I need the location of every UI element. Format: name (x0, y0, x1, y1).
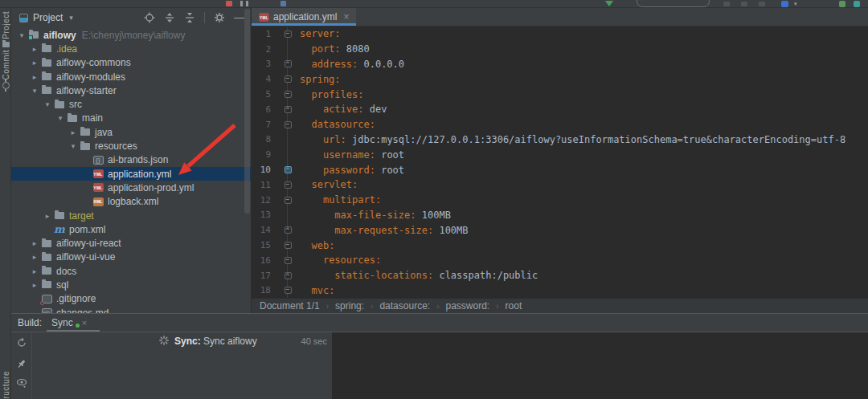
tree-row-main[interactable]: ▾main (11, 112, 251, 125)
pin-icon[interactable] (16, 358, 27, 369)
tree-item-path: E:\chenyj\money\aiflowy (82, 30, 186, 41)
run-icon[interactable] (741, 2, 747, 6)
tree-row-aiflowy[interactable]: ▾aiflowyE:\chenyj\money\aiflowy (11, 28, 251, 42)
collapse-all-icon[interactable] (184, 12, 195, 23)
fold-collapse-icon[interactable]: − (285, 75, 292, 83)
fold-collapse-icon[interactable]: − (285, 197, 292, 204)
tree-row-aiflowy-starter[interactable]: ▾aiflowy-starter (11, 83, 251, 97)
line-number: 3 (252, 59, 280, 69)
code-line-13: 13 max-file-size: 100MB (252, 208, 868, 223)
fold-collapse-icon[interactable]: − (285, 31, 292, 38)
tree-row-docs[interactable]: ▸docs (11, 264, 251, 278)
code-indent (300, 104, 323, 115)
tree-item-icon-wrap (40, 85, 53, 96)
chevron-collapsed-icon[interactable]: ▸ (29, 239, 40, 247)
code-editor[interactable]: 1−server:2 port: 80803^ address: 0.0.0.0… (252, 26, 868, 298)
fold-end-icon[interactable]: ^ (285, 106, 292, 113)
main-toolbar-cutoff: ▾ (0, 0, 868, 8)
toolbar-blue-icon[interactable] (781, 1, 788, 7)
chevron-down-icon[interactable]: ▾ (69, 14, 73, 22)
chevron-expanded-icon[interactable]: ▾ (42, 100, 53, 108)
breadcrumb-item[interactable]: datasource: (379, 300, 430, 311)
run-configuration-selector[interactable] (637, 0, 710, 7)
breadcrumb-item[interactable]: spring: (335, 300, 364, 311)
tree-row-aiflowy-commons[interactable]: ▸aiflowy-commons (11, 56, 251, 70)
breadcrumb-item[interactable]: root (506, 300, 522, 311)
tree-row-java[interactable]: ▸java (11, 125, 251, 139)
settings-gear-icon[interactable] (214, 12, 225, 23)
chevron-collapsed-icon[interactable]: ▸ (29, 281, 40, 289)
tree-row-pom.xml[interactable]: mpom.xml (11, 222, 251, 236)
chevron-collapsed-icon[interactable]: ▸ (68, 128, 79, 136)
breadcrumb-item[interactable]: Document 1/1 (260, 300, 320, 311)
tab-sync[interactable]: Sync × (51, 317, 87, 328)
chevron-expanded-icon[interactable]: ▾ (68, 142, 79, 150)
chevron-collapsed-icon[interactable]: ▸ (29, 73, 40, 81)
sidebar-item-project[interactable]: Project (0, 11, 11, 47)
tree-scrollbar[interactable] (244, 9, 250, 214)
tree-row-.idea[interactable]: ▸.idea (11, 42, 251, 55)
chevron-collapsed-icon[interactable]: ▸ (29, 267, 40, 275)
tree-row-logback.xml[interactable]: XMLlogback.xml (11, 195, 251, 209)
expand-all-icon[interactable] (164, 12, 175, 23)
fold-collapse-icon[interactable]: − (285, 181, 292, 189)
chevron-expanded-icon[interactable]: ▾ (16, 31, 27, 39)
build-hammer-icon[interactable] (723, 2, 730, 6)
code-indent (300, 179, 311, 190)
project-view-selector[interactable]: Project (33, 12, 63, 23)
chevron-collapsed-icon[interactable]: ▸ (29, 253, 40, 261)
yaml-key: max-file-size: (334, 210, 416, 221)
tab-application-yml[interactable]: YML application.yml × (252, 8, 356, 26)
hide-panel-icon[interactable]: — (234, 14, 244, 22)
yaml-key: multipart: (323, 194, 381, 206)
sync-row[interactable]: Sync: Sync aiflowy 40 sec (32, 335, 332, 348)
tree-row-application-prod.yml[interactable]: YMLapplication-prod.yml (11, 181, 251, 194)
fold-end-icon[interactable]: ^ (285, 60, 292, 67)
toolbar-caret-icon[interactable]: ▾ (794, 1, 797, 7)
tree-row-aiflowy-ui-react[interactable]: ▸aiflowy-ui-react (11, 236, 251, 250)
yaml-key: servlet: (311, 179, 358, 190)
build-console-output[interactable] (332, 332, 868, 399)
chevron-collapsed-icon[interactable]: ▸ (29, 45, 40, 53)
fold-end-icon[interactable]: ^ (285, 226, 292, 234)
chevron-collapsed-icon[interactable]: ▸ (42, 212, 53, 220)
tree-row-sql[interactable]: ▸sql (11, 278, 251, 291)
tree-row-application.yml[interactable]: YMLapplication.yml (11, 167, 251, 181)
tree-row-.gitignore[interactable]: .gitignore (11, 292, 251, 306)
fold-collapse-icon[interactable]: − (285, 257, 292, 264)
tree-row-aiflowy-ui-vue[interactable]: ▸aiflowy-ui-vue (11, 250, 251, 264)
eye-filter-icon[interactable] (16, 377, 27, 389)
chevron-expanded-icon[interactable]: ▾ (55, 114, 66, 122)
chevron-expanded-icon[interactable]: ▾ (29, 87, 40, 95)
sync-tab-label: Sync (51, 317, 73, 328)
yaml-value: 100MB (433, 225, 468, 236)
rerun-sync-icon[interactable] (16, 337, 27, 348)
toolbar-teal-icon[interactable] (854, 1, 860, 7)
fold-end-icon[interactable]: ^ (285, 166, 292, 173)
close-sync-tab-icon[interactable]: × (82, 318, 87, 328)
tree-row-aiflowy-modules[interactable]: ▸aiflowy-modules (11, 70, 251, 83)
code-line-17: 17^ static-locations: classpath:/public (252, 268, 868, 283)
run-dropdown-icon[interactable] (605, 1, 613, 6)
line-number: 9 (252, 149, 280, 160)
tree-row-ai-brands.json[interactable]: {}ai-brands.json (11, 153, 251, 167)
fold-collapse-icon[interactable]: − (285, 91, 292, 98)
tree-row-target[interactable]: ▸target (11, 209, 251, 222)
tree-row-changes.md[interactable]: MDchanges.md (11, 306, 251, 313)
fold-collapse-icon[interactable]: − (285, 242, 292, 249)
tree-row-src[interactable]: ▾src (11, 97, 251, 111)
debug-icon[interactable] (759, 2, 765, 6)
fold-end-icon[interactable]: ^ (285, 272, 292, 279)
fold-collapse-icon[interactable]: − (285, 121, 292, 128)
tree-item-label: application.yml (108, 169, 171, 180)
chevron-collapsed-icon[interactable]: ▸ (29, 59, 40, 67)
sidebar-item-commit[interactable]: Commit (0, 50, 11, 89)
toolbar-green-icon[interactable] (839, 1, 845, 7)
breadcrumb-item[interactable]: password: (446, 300, 490, 311)
close-tab-icon[interactable]: × (343, 11, 349, 22)
fold-collapse-icon[interactable]: − (285, 287, 292, 294)
tree-row-resources[interactable]: ▾resources (11, 139, 251, 153)
locate-file-icon[interactable] (144, 12, 155, 23)
tree-item-label: logback.xml (108, 196, 158, 207)
sidebar-item-structure[interactable]: Structure (0, 371, 11, 399)
